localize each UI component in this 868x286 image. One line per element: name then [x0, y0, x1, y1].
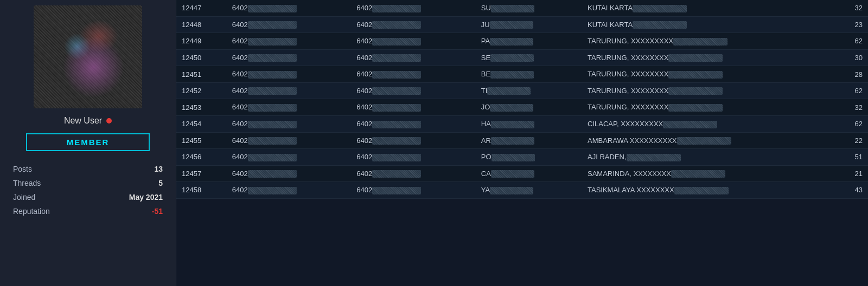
- reputation-value: -51: [91, 204, 165, 218]
- threads-value: 5: [91, 176, 165, 190]
- row-number: 12457: [176, 165, 227, 182]
- row-number: 12452: [176, 82, 227, 99]
- col5-number: 23: [837, 16, 868, 33]
- username-row: New User: [11, 116, 165, 126]
- col4-location: TARURUNG, XXXXXXXX: [582, 82, 837, 99]
- col4-location: TARURUNG, XXXXXXXX: [582, 49, 837, 66]
- posts-value: 13: [91, 162, 165, 176]
- col5-number: 51: [837, 149, 868, 166]
- row-number: 12447: [176, 0, 227, 16]
- posts-label: Posts: [11, 162, 91, 176]
- col1: 6402: [227, 33, 352, 50]
- col3-name: PO: [476, 149, 582, 166]
- col4-location: AJI RADEN,: [582, 149, 837, 166]
- threads-label: Threads: [11, 176, 91, 190]
- col5-number: 22: [837, 132, 868, 149]
- col1: 6402: [227, 165, 352, 182]
- col5-number: 28: [837, 66, 868, 83]
- table-row: 1244964026402PATARURUNG, XXXXXXXXX62: [176, 33, 868, 50]
- table-row: 1244864026402JUKUTAI KARTA23: [176, 16, 868, 33]
- col1: 6402: [227, 132, 352, 149]
- col5-number: 21: [837, 165, 868, 182]
- col4-location: TARURUNG, XXXXXXXX: [582, 66, 837, 83]
- col1: 6402: [227, 82, 352, 99]
- col4-location: TARURUNG, XXXXXXXXX: [582, 33, 837, 50]
- col4-location: SAMARINDA, XXXXXXXX: [582, 165, 837, 182]
- posts-row: Posts 13: [11, 162, 165, 176]
- member-badge: MEMBER: [26, 133, 149, 151]
- joined-row: Joined May 2021: [11, 190, 165, 204]
- table-row: 1245364026402JOTARURUNG, XXXXXXXX32: [176, 99, 868, 116]
- col2: 6402: [351, 182, 476, 199]
- reputation-row: Reputation -51: [11, 204, 165, 218]
- row-number: 12453: [176, 99, 227, 116]
- col5-number: 43: [837, 182, 868, 199]
- table-row: 1245264026402TITARURUNG, XXXXXXXX62: [176, 82, 868, 99]
- col1: 6402: [227, 149, 352, 166]
- col5-number: 62: [837, 115, 868, 132]
- col1: 6402: [227, 182, 352, 199]
- col2: 6402: [351, 115, 476, 132]
- table-row: 1245164026402BETARURUNG, XXXXXXXX28: [176, 66, 868, 83]
- col5-number: 62: [837, 82, 868, 99]
- sidebar: New User MEMBER Posts 13 Threads 5 Joine…: [0, 0, 176, 286]
- col2: 6402: [351, 66, 476, 83]
- col3-name: AR: [476, 132, 582, 149]
- col3-name: JO: [476, 99, 582, 116]
- row-number: 12454: [176, 115, 227, 132]
- col1: 6402: [227, 115, 352, 132]
- username: New User: [64, 116, 102, 126]
- col3-name: YA: [476, 182, 582, 199]
- col3-name: PA: [476, 33, 582, 50]
- row-number: 12449: [176, 33, 227, 50]
- col1: 6402: [227, 66, 352, 83]
- data-table: 1244764026402SUKUTAI KARTA32124486402640…: [176, 0, 868, 199]
- col4-location: KUTAI KARTA: [582, 16, 837, 33]
- col2: 6402: [351, 33, 476, 50]
- table-row: 1245064026402SETARURUNG, XXXXXXXX30: [176, 49, 868, 66]
- col3-name: HA: [476, 115, 582, 132]
- col5-number: 32: [837, 0, 868, 16]
- col2: 6402: [351, 0, 476, 16]
- row-number: 12448: [176, 16, 227, 33]
- col4-location: AMBARAWA XXXXXXXXXX: [582, 132, 837, 149]
- col1: 6402: [227, 0, 352, 16]
- col2: 6402: [351, 132, 476, 149]
- col3-name: TI: [476, 82, 582, 99]
- col2: 6402: [351, 165, 476, 182]
- data-panel: 1244764026402SUKUTAI KARTA32124486402640…: [176, 0, 868, 286]
- row-number: 12450: [176, 49, 227, 66]
- col2: 6402: [351, 16, 476, 33]
- threads-row: Threads 5: [11, 176, 165, 190]
- stats-table: Posts 13 Threads 5 Joined May 2021 Reput…: [11, 162, 165, 218]
- col2: 6402: [351, 49, 476, 66]
- col1: 6402: [227, 99, 352, 116]
- table-row: 1245664026402POAJI RADEN,51: [176, 149, 868, 166]
- avatar: [34, 5, 142, 108]
- online-status-dot: [106, 118, 112, 123]
- col4-location: TARURUNG, XXXXXXXX: [582, 99, 837, 116]
- col4-location: TASIKMALAYA XXXXXXXX: [582, 182, 837, 199]
- col5-number: 62: [837, 33, 868, 50]
- joined-value: May 2021: [91, 190, 165, 204]
- joined-label: Joined: [11, 190, 91, 204]
- col3-name: SU: [476, 0, 582, 16]
- table-row: 1245464026402HACILACAP, XXXXXXXXX62: [176, 115, 868, 132]
- col2: 6402: [351, 99, 476, 116]
- row-number: 12455: [176, 132, 227, 149]
- row-number: 12451: [176, 66, 227, 83]
- row-number: 12456: [176, 149, 227, 166]
- table-row: 1244764026402SUKUTAI KARTA32: [176, 0, 868, 16]
- table-row: 1245864026402YATASIKMALAYA XXXXXXXX43: [176, 182, 868, 199]
- col2: 6402: [351, 82, 476, 99]
- col3-name: BE: [476, 66, 582, 83]
- col5-number: 30: [837, 49, 868, 66]
- col4-location: KUTAI KARTA: [582, 0, 837, 16]
- col3-name: SE: [476, 49, 582, 66]
- table-row: 1245564026402ARAMBARAWA XXXXXXXXXX22: [176, 132, 868, 149]
- col3-name: CA: [476, 165, 582, 182]
- col1: 6402: [227, 16, 352, 33]
- col4-location: CILACAP, XXXXXXXXX: [582, 115, 837, 132]
- reputation-label: Reputation: [11, 204, 91, 218]
- col1: 6402: [227, 49, 352, 66]
